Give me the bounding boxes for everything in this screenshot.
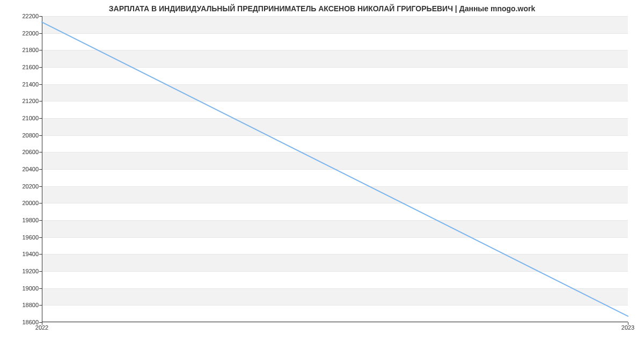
y-tick-mark xyxy=(39,101,42,101)
y-tick-label: 21000 xyxy=(6,115,39,121)
x-tick-label: 2023 xyxy=(621,324,634,331)
y-tick-mark xyxy=(39,305,42,306)
y-tick-mark xyxy=(39,271,42,272)
y-tick-mark xyxy=(39,203,42,203)
grid-line xyxy=(42,322,628,323)
y-tick-label: 20600 xyxy=(6,149,39,155)
y-tick-mark xyxy=(39,254,42,255)
y-tick-label: 22200 xyxy=(6,13,39,19)
x-tick-mark xyxy=(628,322,628,325)
y-tick-label: 19800 xyxy=(6,217,39,223)
y-tick-mark xyxy=(39,152,42,152)
y-tick-label: 21600 xyxy=(6,64,39,70)
y-tick-label: 22000 xyxy=(6,30,39,37)
y-tick-mark xyxy=(39,118,42,119)
y-tick-label: 19600 xyxy=(6,234,39,241)
y-tick-mark xyxy=(39,16,42,17)
y-tick-mark xyxy=(39,169,42,170)
x-tick-mark xyxy=(42,322,42,325)
y-tick-label: 20800 xyxy=(6,132,39,139)
y-tick-label: 20400 xyxy=(6,166,39,172)
y-tick-mark xyxy=(39,220,42,221)
y-tick-label: 20200 xyxy=(6,183,39,190)
y-tick-label: 18600 xyxy=(6,319,39,325)
y-tick-mark xyxy=(39,135,42,136)
y-tick-label: 19000 xyxy=(6,285,39,292)
line-series xyxy=(42,16,628,322)
chart-container: ЗАРПЛАТА В ИНДИВИДУАЛЬНЫЙ ПРЕДПРИНИМАТЕЛ… xyxy=(0,0,644,349)
y-tick-label: 19400 xyxy=(6,251,39,257)
y-tick-label: 20000 xyxy=(6,200,39,206)
y-tick-label: 21400 xyxy=(6,81,39,88)
y-tick-label: 21200 xyxy=(6,98,39,104)
y-tick-mark xyxy=(39,237,42,238)
x-tick-label: 2022 xyxy=(35,324,48,331)
y-tick-label: 21800 xyxy=(6,47,39,53)
y-tick-mark xyxy=(39,33,42,34)
y-tick-mark xyxy=(39,186,42,187)
y-tick-mark xyxy=(39,50,42,50)
y-tick-mark xyxy=(39,84,42,85)
chart-title: ЗАРПЛАТА В ИНДИВИДУАЛЬНЫЙ ПРЕДПРИНИМАТЕЛ… xyxy=(0,4,644,13)
y-tick-mark xyxy=(39,288,42,289)
y-tick-label: 19200 xyxy=(6,268,39,274)
series-path xyxy=(42,22,628,316)
y-tick-mark xyxy=(39,67,42,68)
y-tick-label: 18800 xyxy=(6,302,39,308)
